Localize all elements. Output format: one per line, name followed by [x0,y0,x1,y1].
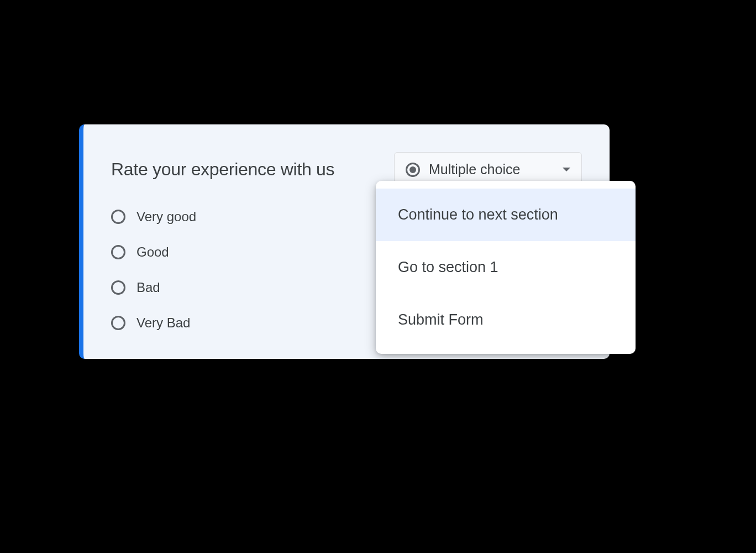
option-label: Bad [136,280,160,295]
question-type-label: Multiple choice [429,161,554,178]
option-label: Good [136,244,169,260]
menu-item-submit-form[interactable]: Submit Form [376,294,636,346]
question-title[interactable]: Rate your experience with us [111,159,334,180]
radio-filled-icon [406,163,420,177]
radio-empty-icon [111,210,125,224]
option-label: Very Bad [136,315,190,331]
chevron-down-icon [563,168,570,171]
section-navigation-menu: Continue to next section Go to section 1… [376,181,636,354]
menu-item-continue[interactable]: Continue to next section [376,189,636,241]
option-label: Very good [136,209,196,225]
radio-empty-icon [111,316,125,330]
menu-item-goto-section-1[interactable]: Go to section 1 [376,241,636,294]
radio-empty-icon [111,245,125,259]
radio-empty-icon [111,280,125,295]
